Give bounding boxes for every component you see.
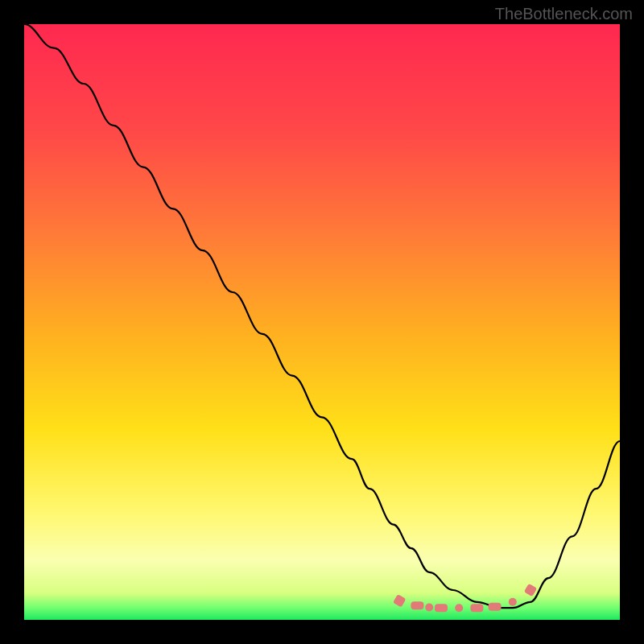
data-marker: [470, 604, 483, 612]
data-marker: [489, 603, 502, 611]
data-marker: [411, 601, 423, 609]
data-marker: [455, 604, 463, 612]
data-marker: [435, 604, 448, 612]
gradient-background: [24, 24, 620, 620]
data-marker: [425, 603, 433, 611]
chart-svg: [24, 24, 620, 620]
chart-plot-area: [24, 24, 620, 620]
data-marker: [509, 598, 517, 606]
watermark-text: TheBottleneck.com: [495, 5, 633, 23]
